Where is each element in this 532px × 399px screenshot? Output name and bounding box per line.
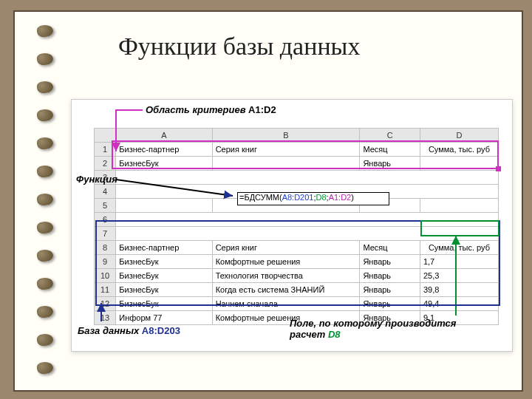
cell[interactable]: БизнесБук — [116, 255, 212, 269]
row-header[interactable]: 10 — [95, 269, 116, 283]
row-header[interactable]: 2 — [95, 157, 116, 171]
caption-database-text: База данных — [78, 325, 139, 336]
cell[interactable]: Бизнес-партнер — [116, 241, 212, 255]
cell[interactable]: Когда есть система ЗНАНИЙ — [212, 283, 360, 297]
leaf-icon — [36, 221, 54, 235]
cell[interactable] — [116, 199, 212, 213]
cell[interactable]: Серия книг — [212, 143, 360, 157]
caption-criteria-ref: A1:D2 — [248, 104, 276, 115]
cell[interactable] — [420, 157, 498, 171]
formula-fn: =БДСУММ( — [239, 193, 282, 202]
leaf-icon — [36, 24, 54, 38]
cell[interactable]: БизнесБук — [116, 157, 212, 171]
leaf-icon — [36, 361, 54, 375]
col-header-c[interactable]: C — [360, 129, 420, 143]
row-header[interactable]: 11 — [95, 283, 116, 297]
row-header[interactable]: 7 — [95, 227, 116, 241]
cell[interactable]: БизнесБук — [116, 269, 212, 283]
leaf-icon — [36, 193, 54, 207]
diagram-panel: Область критериев A1:D2 Функция База дан… — [71, 99, 513, 352]
cell[interactable]: 49,4 — [420, 297, 498, 311]
cell[interactable]: Январь — [360, 283, 420, 297]
cell[interactable]: Январь — [360, 297, 420, 311]
cell[interactable]: Январь — [360, 255, 420, 269]
cell[interactable] — [116, 171, 499, 185]
caption-database: База данных A8:D203 — [78, 325, 180, 336]
row-8: 8 Бизнес-партнер Серия книг Месяц Сумма,… — [95, 241, 499, 255]
formula-range3: A1:D2 — [329, 193, 352, 202]
col-header-d[interactable]: D — [420, 129, 498, 143]
cell[interactable]: Комфортные решения — [212, 255, 360, 269]
row-header[interactable]: 1 — [95, 143, 116, 157]
grid-table: A B C D 1 Бизнес-партнер Серия книг Меся… — [94, 128, 499, 325]
row-10: 10 БизнесБук Технология творчества Январ… — [95, 269, 499, 283]
row-header[interactable]: 12 — [95, 297, 116, 311]
row-header[interactable]: 8 — [95, 241, 116, 255]
leaf-icon — [36, 81, 54, 95]
slide: Функции базы данных Область критериев A1… — [13, 10, 523, 392]
leaf-icon — [36, 52, 54, 66]
col-header-a[interactable]: A — [116, 129, 212, 143]
cell[interactable]: Сумма, тыс. руб — [420, 143, 498, 157]
row-12: 12 БизнесБук Начнем сначала Январь 49,4 — [95, 297, 499, 311]
caption-field-ref: D8 — [328, 329, 341, 340]
row-header[interactable]: 9 — [95, 255, 116, 269]
leaf-icon — [36, 333, 54, 347]
formula-close: ) — [351, 193, 354, 202]
cell[interactable]: Январь — [360, 157, 420, 171]
formula-range1: A8:D201 — [282, 193, 314, 202]
cell[interactable]: Бизнес-партнер — [116, 143, 212, 157]
caption-field-text: Поле, по которому производится расчет — [290, 318, 456, 340]
row-header[interactable]: 4 — [95, 185, 116, 199]
cell[interactable] — [116, 227, 499, 241]
caption-field: Поле, по которому производится расчет D8 — [290, 318, 482, 340]
caption-criteria-text: Область критериев — [146, 104, 245, 115]
row-9: 9 БизнесБук Комфортные решения Январь 1,… — [95, 255, 499, 269]
row-11: 11 БизнесБук Когда есть система ЗНАНИЙ Я… — [95, 283, 499, 297]
cell[interactable]: БизнесБук — [116, 297, 212, 311]
col-header-b[interactable]: B — [212, 129, 360, 143]
cell[interactable]: 1,7 — [420, 255, 498, 269]
cell[interactable]: Январь — [360, 269, 420, 283]
cell[interactable] — [420, 199, 498, 213]
cell[interactable]: 25,3 — [420, 269, 498, 283]
decorative-bullets — [37, 25, 56, 380]
slide-title: Функции базы данных — [118, 33, 360, 61]
formula-editor[interactable]: =БДСУММ(A8:D201;D8;A1:D2) — [237, 192, 389, 205]
leaf-icon — [36, 109, 54, 123]
caption-function: Функция — [76, 174, 117, 185]
row-header[interactable]: 13 — [95, 311, 116, 325]
cell[interactable] — [116, 213, 499, 227]
cell[interactable]: 39,8 — [420, 283, 498, 297]
cell[interactable]: Месяц — [360, 143, 420, 157]
cell[interactable]: Сумма, тыс. руб — [420, 241, 498, 255]
cell[interactable]: Месяц — [360, 241, 420, 255]
corner-cell[interactable] — [95, 129, 116, 143]
cell[interactable]: Информ 77 — [116, 311, 212, 325]
row-header[interactable]: 6 — [95, 213, 116, 227]
row-1: 1 Бизнес-партнер Серия книг Месяц Сумма,… — [95, 143, 499, 157]
cell[interactable]: Начнем сначала — [212, 297, 360, 311]
caption-database-ref: A8:D203 — [142, 325, 180, 336]
leaf-icon — [36, 249, 54, 263]
leaf-icon — [36, 165, 54, 179]
cell[interactable] — [212, 157, 360, 171]
leaf-icon — [36, 305, 54, 319]
cell[interactable]: БизнесБук — [116, 283, 212, 297]
leaf-icon — [36, 277, 54, 291]
caption-criteria: Область критериев A1:D2 — [146, 104, 276, 115]
row-2: 2 БизнесБук Январь — [95, 157, 499, 171]
spreadsheet: A B C D 1 Бизнес-партнер Серия книг Меся… — [94, 128, 499, 325]
row-header[interactable]: 5 — [95, 199, 116, 213]
cell[interactable]: Технология творчества — [212, 269, 360, 283]
cell[interactable]: Серия книг — [212, 241, 360, 255]
leaf-icon — [36, 137, 54, 151]
formula-range2: D8 — [316, 193, 327, 202]
